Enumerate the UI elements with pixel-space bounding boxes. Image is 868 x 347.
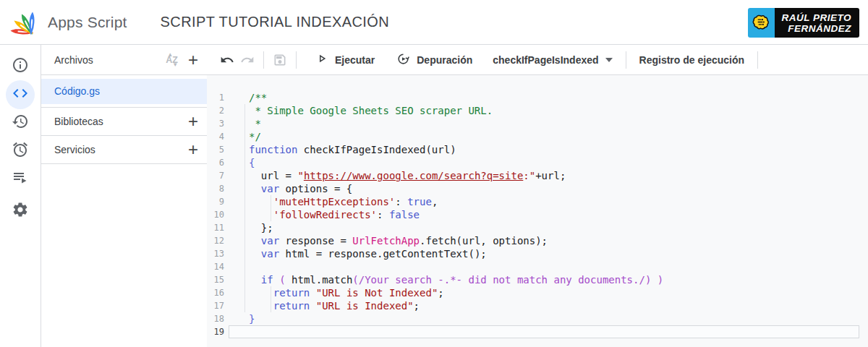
- line-number: 14: [207, 260, 224, 273]
- editor-button[interactable]: [6, 80, 35, 109]
- project-settings-button[interactable]: [6, 197, 35, 226]
- project-title[interactable]: SCRIPT TUTORIAL INDEXACIÓN: [161, 14, 389, 30]
- code-line-11[interactable]: 11 };: [207, 221, 868, 234]
- run-label: Ejecutar: [335, 54, 375, 66]
- line-number: 19: [207, 325, 224, 338]
- line-number: 18: [207, 312, 224, 325]
- services-label: Servicios: [54, 144, 188, 155]
- code-lines: 1/**2 * Simple Google Sheets SEO scraper…: [207, 91, 868, 338]
- brain-icon: [748, 8, 775, 38]
- line-content: if ( html.match(/Your search -.*- did no…: [229, 273, 859, 286]
- az-sort-icon[interactable]: ▲AZ▼: [166, 56, 178, 64]
- files-panel: Archivos ▲AZ▼ + Código.gs Bibliotecas + …: [41, 45, 207, 347]
- executions-list-icon: [12, 169, 29, 189]
- code-line-2[interactable]: 2 * Simple Google Sheets SEO scraper URL…: [207, 104, 868, 117]
- line-content: 'muteHttpExceptions': true,: [229, 195, 859, 208]
- code-line-3[interactable]: 3 *: [207, 117, 868, 130]
- history-icon: [12, 113, 29, 133]
- toolbar-separator: [626, 51, 626, 69]
- code-editor[interactable]: 1/**2 * Simple Google Sheets SEO scraper…: [207, 75, 868, 347]
- code-line-10[interactable]: 10 'followRedirects': false: [207, 208, 868, 221]
- code-line-15[interactable]: 15 if ( html.match(/Your search -.*- did…: [207, 273, 868, 286]
- code-line-14[interactable]: 14: [207, 260, 868, 273]
- line-number: 13: [207, 247, 224, 260]
- code-line-5[interactable]: 5function checkIfPageIsIndexed(url): [207, 143, 868, 156]
- line-number: 1: [207, 91, 224, 104]
- line-number: 16: [207, 286, 224, 299]
- code-line-19[interactable]: 19: [207, 325, 868, 338]
- line-content: [229, 325, 859, 338]
- triggers-button[interactable]: [6, 137, 35, 166]
- libraries-label: Bibliotecas: [54, 116, 188, 127]
- services-section[interactable]: Servicios +: [41, 136, 207, 164]
- undo-button[interactable]: [217, 50, 237, 70]
- line-number: 2: [207, 104, 224, 117]
- left-rail: [0, 45, 41, 347]
- app-header: Apps Script SCRIPT TUTORIAL INDEXACIÓN R…: [0, 0, 868, 45]
- toolbar-separator: [757, 51, 758, 69]
- line-content: {: [229, 156, 859, 169]
- toolbar-separator: [263, 51, 264, 69]
- libraries-section[interactable]: Bibliotecas +: [41, 108, 207, 136]
- editor-toolbar: Ejecutar Depuración checkIfPageIsIndexed: [207, 45, 868, 75]
- line-content: }: [229, 312, 859, 325]
- line-number: 7: [207, 169, 224, 182]
- line-content: * Simple Google Sheets SEO scraper URL.: [229, 104, 859, 117]
- run-button[interactable]: Ejecutar: [308, 48, 382, 72]
- line-content: *: [229, 117, 859, 130]
- line-content: var html = response.getContentText();: [229, 247, 859, 260]
- line-number: 5: [207, 143, 224, 156]
- redo-button[interactable]: [237, 50, 258, 70]
- debug-icon: [396, 52, 410, 68]
- author-line2: FERNÁNDEZ: [788, 23, 851, 34]
- save-button[interactable]: [270, 50, 290, 70]
- code-line-8[interactable]: 8 var options = {: [207, 182, 868, 195]
- info-icon: [12, 56, 29, 77]
- line-number: 4: [207, 130, 224, 143]
- indent-guide: [271, 286, 271, 312]
- code-line-6[interactable]: 6{: [207, 156, 868, 169]
- indent-guide: [244, 104, 245, 312]
- apps-script-logo-icon[interactable]: [10, 6, 41, 39]
- line-content: [229, 260, 859, 273]
- file-name: Código.gs: [54, 85, 100, 97]
- code-line-17[interactable]: 17 return "URL is Indexed";: [207, 299, 868, 312]
- line-content: };: [229, 221, 859, 234]
- line-content: */: [229, 130, 859, 143]
- code-line-7[interactable]: 7 url = "https://www.google.com/search?q…: [207, 169, 868, 182]
- project-history-button[interactable]: [6, 108, 35, 137]
- chevron-down-icon: [605, 58, 613, 62]
- alarm-clock-icon: [12, 141, 29, 161]
- code-icon: [12, 85, 29, 105]
- line-number: 15: [207, 273, 224, 286]
- editor-column: Ejecutar Depuración checkIfPageIsIndexed: [207, 45, 868, 347]
- line-content: var options = {: [229, 182, 859, 195]
- add-library-button[interactable]: +: [188, 114, 198, 129]
- line-number: 11: [207, 221, 224, 234]
- function-selector-dropdown[interactable]: checkIfPageIsIndexed: [485, 50, 619, 70]
- author-badge: RAÚL PRIETO FERNÁNDEZ: [748, 8, 859, 38]
- code-line-16[interactable]: 16 return "URL is Not Indexed";: [207, 286, 868, 299]
- files-panel-header: Archivos ▲AZ▼ +: [41, 45, 207, 75]
- file-item-codigo[interactable]: Código.gs: [41, 75, 207, 108]
- executions-button[interactable]: [6, 165, 35, 194]
- line-content: return "URL is Not Indexed";: [229, 286, 859, 299]
- overview-button[interactable]: [6, 52, 35, 81]
- line-number: 3: [207, 117, 224, 130]
- line-number: 8: [207, 182, 224, 195]
- code-line-1[interactable]: 1/**: [207, 91, 868, 104]
- file-item-selected: Código.gs: [41, 79, 207, 104]
- line-content: function checkIfPageIsIndexed(url): [229, 143, 859, 156]
- code-line-4[interactable]: 4*/: [207, 130, 868, 143]
- execution-log-button[interactable]: Registro de ejecución: [632, 50, 752, 70]
- debug-button[interactable]: Depuración: [389, 48, 480, 72]
- add-file-button[interactable]: +: [188, 53, 198, 67]
- code-line-9[interactable]: 9 'muteHttpExceptions': true,: [207, 195, 868, 208]
- code-line-18[interactable]: 18}: [207, 312, 868, 325]
- code-line-13[interactable]: 13 var html = response.getContentText();: [207, 247, 868, 260]
- add-service-button[interactable]: +: [188, 142, 198, 157]
- line-number: 17: [207, 299, 224, 312]
- code-line-12[interactable]: 12 var response = UrlFetchApp.fetch(url,…: [207, 234, 868, 247]
- execution-log-label: Registro de ejecución: [639, 54, 744, 66]
- line-number: 12: [207, 234, 224, 247]
